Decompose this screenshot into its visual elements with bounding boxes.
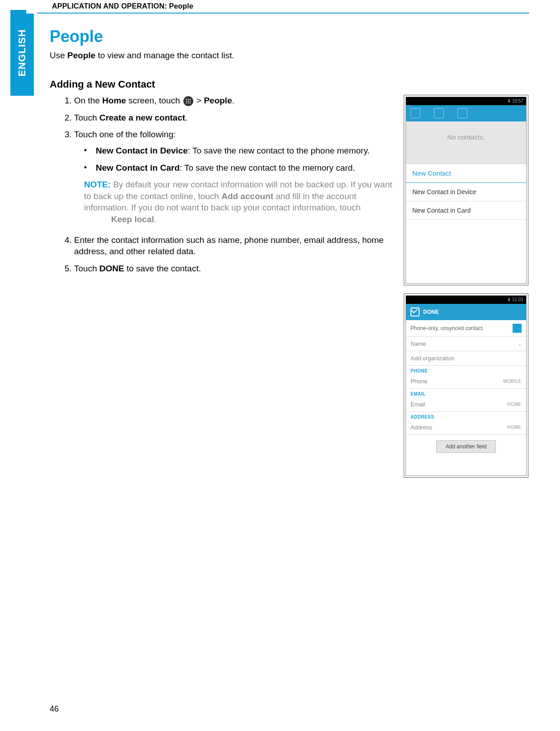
groups-icon [411, 108, 420, 118]
new-contact-dialog: New Contact New Contact in Device New Co… [406, 163, 526, 220]
star-icon [457, 108, 467, 118]
section-heading: Adding a New Contact [50, 79, 528, 90]
header-rule [37, 13, 529, 14]
add-organization[interactable]: Add organization [406, 351, 526, 366]
page-number: 46 [50, 704, 59, 714]
add-another-field-button[interactable]: Add another field [436, 440, 496, 453]
check-icon [411, 307, 420, 317]
step-2: Touch Create a new contact. [74, 112, 395, 124]
dialog-option-card[interactable]: New Contact in Card [406, 201, 526, 220]
step-5: Touch DONE to save the contact. [74, 263, 395, 275]
apps-icon [183, 96, 193, 106]
language-tab-label: ENGLISH [16, 29, 28, 77]
step-3-option-card: New Contact in Card: To save the new con… [84, 162, 395, 174]
page-title: People [50, 27, 528, 46]
note-block: NOTE: By default your new contact inform… [74, 179, 395, 225]
dialog-title: New Contact [406, 164, 526, 183]
address-section-label: ADDRESS [406, 412, 526, 420]
intro-paragraph: Use People to view and manage the contac… [50, 51, 528, 61]
steps-list: On the Home screen, touch > People. Touc… [50, 95, 395, 275]
screenshot-new-contact-dialog: ⬇ 10:57 No contacts. New Contact New Con… [404, 95, 528, 285]
expand-icon: ⌄ [518, 341, 522, 346]
dialog-option-device[interactable]: New Contact in Device [406, 183, 526, 201]
done-label: DONE [423, 309, 439, 315]
email-type[interactable]: HOME [507, 402, 522, 407]
step-1: On the Home screen, touch > People. [74, 95, 395, 107]
intro-pre: Use [50, 51, 67, 60]
note-label: NOTE: [84, 180, 111, 189]
people-app-bar [406, 105, 526, 121]
intro-post: to view and manage the contact list. [95, 51, 234, 60]
status-bar: ⬇ 11:01 [406, 296, 526, 304]
step-3: Touch one of the following: New Contact … [74, 129, 395, 225]
contact-type-row: Phone-only, unsynced contact [406, 320, 526, 337]
email-section-label: EMAIL [406, 389, 526, 397]
contact-storage-icon [513, 324, 522, 333]
address-type[interactable]: HOME [507, 425, 522, 430]
no-contacts-label: No contacts. [406, 121, 526, 163]
status-bar: ⬇ 10:57 [406, 97, 526, 105]
phone-type[interactable]: MOBILE [503, 379, 522, 384]
address-field[interactable]: Address HOME [406, 420, 526, 435]
phone-field[interactable]: Phone MOBILE [406, 374, 526, 389]
step-4: Enter the contact information such as na… [74, 234, 395, 257]
screenshot-edit-contact: ⬇ 11:01 DONE Phone-only, unsynced contac… [404, 293, 528, 478]
running-header: APPLICATION AND OPERATION: People [52, 2, 193, 10]
intro-bold: People [67, 51, 95, 60]
language-tab: ENGLISH [10, 10, 34, 96]
step-3-option-device: New Contact in Device: To save the new c… [84, 145, 395, 157]
phone-section-label: PHONE [406, 366, 526, 374]
done-bar[interactable]: DONE [406, 304, 526, 320]
person-icon [434, 108, 444, 118]
email-field[interactable]: Email HOME [406, 397, 526, 412]
name-field[interactable]: Name ⌄ [406, 337, 526, 351]
step-3-options: New Contact in Device: To save the new c… [74, 145, 395, 173]
